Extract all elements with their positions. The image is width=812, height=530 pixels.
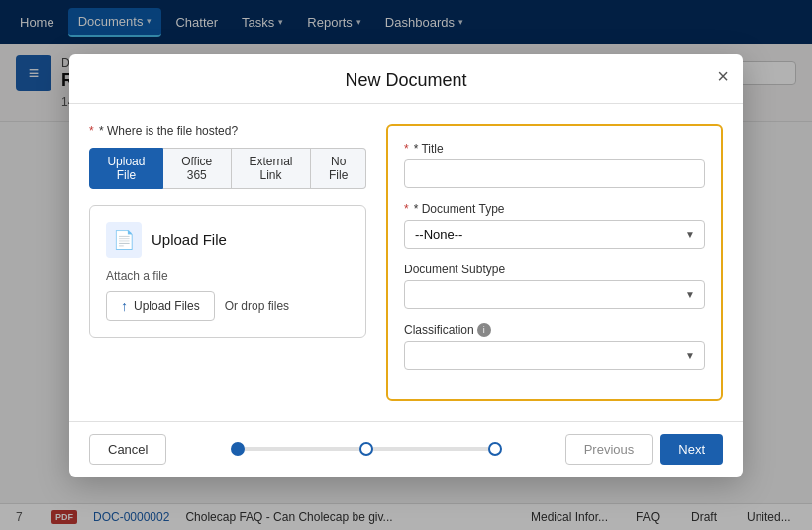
tab-external-link[interactable]: External Link <box>232 148 312 189</box>
doc-subtype-field-group: Document Subtype <box>404 263 705 309</box>
upload-area-header: 📄 Upload File <box>106 222 350 258</box>
title-field-group: * * Title <box>404 142 705 188</box>
classification-select[interactable] <box>404 341 705 370</box>
progress-track <box>238 447 495 451</box>
upload-arrow-icon: ↑ <box>121 298 128 314</box>
upload-files-label: Upload Files <box>134 299 200 313</box>
doc-subtype-label: Document Subtype <box>404 263 705 276</box>
title-label: * * Title <box>404 142 705 156</box>
nav-buttons: Previous Next <box>565 434 723 465</box>
drop-label: Or drop files <box>225 299 289 313</box>
attach-label: Attach a file <box>106 269 350 283</box>
tab-office-365[interactable]: Office 365 <box>163 148 232 189</box>
progress-step-2 <box>359 442 373 456</box>
cancel-button[interactable]: Cancel <box>89 434 166 465</box>
upload-files-button[interactable]: ↑ Upload Files <box>106 291 215 321</box>
modal-close-button[interactable]: × <box>717 66 729 86</box>
upload-area-title: Upload File <box>152 231 227 248</box>
next-button[interactable]: Next <box>660 434 723 465</box>
modal-body: * * Where is the file hosted? Upload Fil… <box>69 104 743 421</box>
modal-footer: Cancel Previous Next <box>69 421 743 477</box>
file-host-tabs: Upload File Office 365 External Link No … <box>89 148 366 189</box>
tab-upload-file[interactable]: Upload File <box>89 148 163 189</box>
progress-step-1 <box>231 442 245 456</box>
doc-subtype-select[interactable] <box>404 280 705 309</box>
doc-type-select[interactable]: --None-- <box>404 220 705 249</box>
doc-subtype-select-wrapper <box>404 280 705 309</box>
modal-title: New Document <box>345 70 466 90</box>
progress-area <box>166 447 564 451</box>
classification-info-icon[interactable]: i <box>477 323 491 337</box>
tab-no-file[interactable]: No File <box>311 148 366 189</box>
right-panel: * * Title * * Document Type --None-- <box>386 124 723 401</box>
classification-label: Classification i <box>404 323 705 337</box>
classification-field-group: Classification i <box>404 323 705 370</box>
modal-overlay: New Document × * * Where is the file hos… <box>0 0 812 530</box>
hosted-label: * * Where is the file hosted? <box>89 124 366 138</box>
doc-type-field-group: * * Document Type --None-- <box>404 202 705 249</box>
left-panel: * * Where is the file hosted? Upload Fil… <box>89 124 386 401</box>
new-document-modal: New Document × * * Where is the file hos… <box>69 54 743 477</box>
upload-area: 📄 Upload File Attach a file ↑ Upload Fil… <box>89 205 366 338</box>
modal-header: New Document × <box>69 54 743 104</box>
doc-type-label: * * Document Type <box>404 202 705 216</box>
progress-step-3 <box>488 442 502 456</box>
classification-select-wrapper <box>404 341 705 370</box>
doc-type-select-wrapper: --None-- <box>404 220 705 249</box>
upload-actions: ↑ Upload Files Or drop files <box>106 291 350 321</box>
upload-file-icon: 📄 <box>106 222 142 258</box>
title-input[interactable] <box>404 159 705 188</box>
previous-button[interactable]: Previous <box>565 434 654 465</box>
